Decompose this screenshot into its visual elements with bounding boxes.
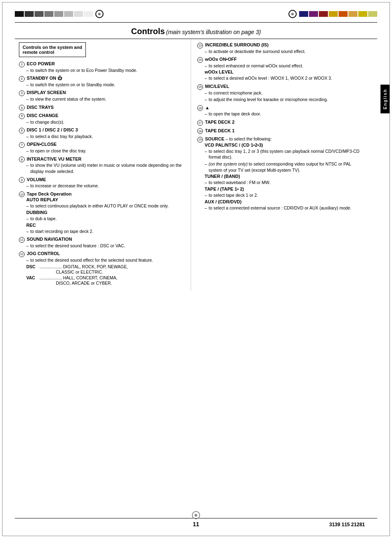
item-label-19: SOURCE <box>205 136 224 141</box>
item-label-14: wOOx ON•OFF <box>205 57 237 62</box>
main-title-sub: (main system's illustration on page 3) <box>166 29 261 35</box>
item-sublabel-19-1: VCD PAL/NTSC / (CD 1•2•3) <box>205 143 363 147</box>
item-desc-15-1: –to connect microphone jack. <box>205 90 363 96</box>
item-desc-14-1: –to select enhanced or normal wOOx sound… <box>205 63 363 69</box>
item-13: 13 INCREDIBLE SURROUND (IS) –to activate… <box>197 42 363 54</box>
item-num-16: 16 <box>197 105 203 111</box>
item-label-19-extra: – to select the following: <box>226 136 272 141</box>
section-heading-line2: remote control <box>23 50 82 55</box>
item-num-17: 17 <box>197 120 203 126</box>
right-column: 13 INCREDIBLE SURROUND (IS) –to activate… <box>191 39 367 291</box>
item-num-18: 18 <box>197 128 203 134</box>
vac-line: VAC ................... HALL, CONCERT, C… <box>26 275 184 280</box>
item-sublabel-10-3: REC <box>26 223 184 228</box>
item-4: 4 DISC TRAYS <box>19 105 184 111</box>
item-desc-5-1: –to change disc(s). <box>26 119 184 125</box>
item-desc-19-1: –to select disc tray 1, 2 or 3 (this sys… <box>205 148 363 160</box>
item-num-11: 11 <box>19 237 25 243</box>
english-label: English <box>380 85 390 113</box>
item-desc-9-1: –to increase or decrease the volume. <box>26 183 184 189</box>
item-label-6: DISC 1 / DISC 2 / DISC 3 <box>27 127 78 132</box>
item-10: 10 Tape Deck Operation AUTO REPLAY –to s… <box>19 191 184 235</box>
item-desc-2-1: –to switch the system on or to Standby m… <box>26 82 184 88</box>
item-11: 11 SOUND NAVIGATION –to select the desir… <box>19 237 184 249</box>
item-desc-19-3: –to select waveband : FM or MW. <box>205 180 363 186</box>
bottom-compass: ⊕ <box>192 511 200 519</box>
item-sublabel-19-2: TUNER / (BAND) <box>205 174 363 179</box>
item-num-19: 19 <box>197 137 203 143</box>
item-label-11: SOUND NAVIGATION <box>27 237 72 242</box>
item-label-7: OPEN•CLOSE <box>27 142 57 147</box>
item-sublabel-10-2: DUBBING <box>26 210 184 215</box>
item-sublabel-14-1: wOOx LEVEL <box>205 69 363 74</box>
item-desc-19-2: –(on the system only) to select correspo… <box>205 161 363 173</box>
item-5: 5 DISC CHANGE –to change disc(s). <box>19 113 184 125</box>
item-7: 7 OPEN•CLOSE –to open or close the disc … <box>19 142 184 154</box>
item-desc-13-1: –to activate or deactivate the surround … <box>205 48 363 55</box>
content-area: Controls on the system and remote contro… <box>15 39 377 291</box>
item-desc-1-1: –to switch the system on or to Eco Power… <box>26 67 184 74</box>
item-num-12: 12 <box>19 251 25 257</box>
item-num-6: 6 <box>19 128 25 134</box>
item-15: 15 MIC/LEVEL –to connect microphone jack… <box>197 84 363 103</box>
item-num-7: 7 <box>19 142 25 148</box>
item-desc-12-1: –to select the desired sound effect for … <box>26 257 184 263</box>
top-bar: ⊕ ⊕ <box>2 2 390 22</box>
item-2: 2 STANDBY ON ⏻ –to switch the system on … <box>19 76 184 88</box>
item-desc-7-1: –to open or close the disc tray. <box>26 148 184 154</box>
item-label-3: DISPLAY SCREEN <box>27 90 66 95</box>
item-6: 6 DISC 1 / DISC 2 / DISC 3 –to select a … <box>19 127 184 139</box>
item-desc-15-2: –to adjust the mixing level for karaoke … <box>205 97 363 103</box>
item-num-3: 3 <box>19 90 25 96</box>
page-number: 11 <box>193 521 199 527</box>
item-desc-10-1: –to select continuous playback in either… <box>26 203 184 209</box>
item-3: 3 DISPLAY SCREEN –to view the current st… <box>19 90 184 102</box>
item-num-2: 2 <box>19 76 25 82</box>
item-desc-19-4: –to select tape deck 1 or 2. <box>205 192 363 198</box>
item-sublabel-19-4: AUX / (CDR/DVD) <box>205 199 363 204</box>
bottom-bar: 11 <box>15 518 377 527</box>
item-desc-19-5: –to select a connected external source :… <box>205 205 363 211</box>
compass-icon-right: ⊕ <box>288 10 297 18</box>
item-label-12: JOG CONTROL <box>27 251 60 256</box>
vac-line-2: DISCO, ARCADE or CYBER. <box>56 281 184 286</box>
item-label-10: Tape Deck Operation <box>27 191 71 196</box>
item-desc-10-2: –to dub a tape. <box>26 216 184 222</box>
item-num-5: 5 <box>19 113 25 119</box>
item-desc-11-1: –to select the desired sound feature : D… <box>26 243 184 249</box>
item-label-2: STANDBY ON ⏻ <box>27 76 62 81</box>
item-label-1: ECO POWER <box>27 61 55 66</box>
item-num-8: 8 <box>19 157 25 162</box>
item-1: 1 ECO POWER –to switch the system on or … <box>19 61 184 73</box>
item-desc-10-3: –to start recording on tape deck 2. <box>26 228 184 235</box>
item-sublabel-10-1: AUTO REPLAY <box>26 197 184 202</box>
item-label-9: VOLUME <box>27 177 46 182</box>
item-9: 9 VOLUME –to increase or decrease the vo… <box>19 177 184 189</box>
main-title-section: Controls (main system's illustration on … <box>15 22 377 39</box>
compass-icon-left: ⊕ <box>95 10 104 18</box>
item-label-5: DISC CHANGE <box>27 113 58 118</box>
doc-number: 3139 115 21281 <box>329 522 365 527</box>
item-14: 14 wOOx ON•OFF –to select enhanced or no… <box>197 57 363 81</box>
item-17: 17 TAPE DECK 2 <box>197 120 363 126</box>
dsc-line-2: CLASSIC or ELECTRIC. <box>56 269 184 274</box>
section-heading-line1: Controls on the system and <box>23 45 82 50</box>
item-desc-8-1: –to show the VU (volume unit) meter in m… <box>26 162 184 174</box>
item-12: 12 JOG CONTROL –to select the desired so… <box>19 251 184 285</box>
item-8: 8 INTERACTIVE VU METER –to show the VU (… <box>19 157 184 175</box>
main-title: Controls <box>131 27 165 36</box>
item-label-13: INCREDIBLE SURROUND (IS) <box>205 42 269 47</box>
item-num-1: 1 <box>19 62 25 67</box>
item-label-18: TAPE DECK 1 <box>205 128 235 133</box>
item-desc-14-2: –to select a desired wOOx level : WOOX 1… <box>205 75 363 81</box>
item-desc-3-1: –to view the current status of the syste… <box>26 96 184 102</box>
item-num-15: 15 <box>197 84 203 90</box>
item-num-13: 13 <box>197 43 203 48</box>
item-num-4: 4 <box>19 105 25 111</box>
item-num-10: 10 <box>19 191 25 197</box>
item-desc-6-1: –to select a disc tray for playback. <box>26 134 184 140</box>
dsc-line: DSC ................... DIGITAL, ROCK, P… <box>26 264 184 269</box>
item-16: 16 ▲ –to open the tape deck door. <box>197 105 363 117</box>
item-sublabel-19-3: TAPE / (TAPE 1• 2) <box>205 187 363 191</box>
item-18: 18 TAPE DECK 1 <box>197 128 363 134</box>
